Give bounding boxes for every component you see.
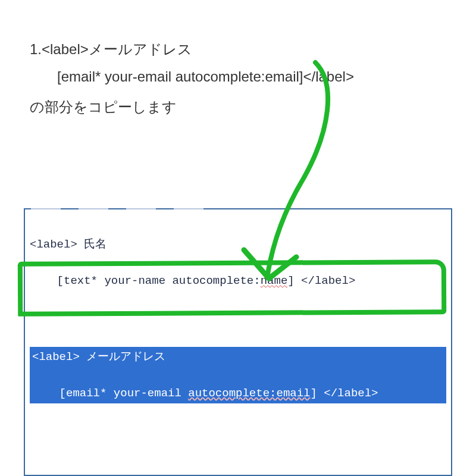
code-line: <label> メールアドレス xyxy=(32,348,444,366)
instruction-line-2: [email* your-email autocomplete:email]</… xyxy=(30,63,354,90)
blank-line xyxy=(30,424,446,441)
selected-text-block: <label> メールアドレス [email* your-email autoc… xyxy=(30,347,446,403)
tab-nub xyxy=(126,208,156,209)
tab-nub xyxy=(31,208,61,209)
code-text: [text* your-name autocomplete: xyxy=(30,274,261,287)
spellcheck-wavy: autocomplete:email xyxy=(188,387,310,400)
instruction-text: 1.<label>メールアドレス [email* your-email auto… xyxy=(30,36,354,121)
spellcheck-wavy: name xyxy=(261,274,288,287)
blank-line xyxy=(30,460,446,476)
instruction-line-1: 1.<label>メールアドレス xyxy=(30,36,354,63)
code-text: ] </label> xyxy=(310,387,378,400)
code-text: [email* your-email xyxy=(32,387,188,400)
instruction-line-3: の部分をコピーします xyxy=(30,93,354,121)
code-line: [text* your-name autocomplete:name] </la… xyxy=(30,272,446,290)
tab-nub xyxy=(174,208,203,209)
code-area[interactable]: <label> 氏名 [text* your-name autocomplete… xyxy=(25,209,451,476)
tab-nub xyxy=(79,208,108,209)
form-template-editor[interactable]: <label> 氏名 [text* your-name autocomplete… xyxy=(24,208,452,476)
code-line: [email* your-email autocomplete:email] <… xyxy=(32,384,444,402)
code-text: <label> 氏名 xyxy=(30,238,107,251)
tab-nubs xyxy=(31,208,203,209)
code-text: ] </label> xyxy=(287,274,355,287)
code-line: <label> 氏名 xyxy=(30,236,446,253)
blank-line xyxy=(30,308,446,326)
code-text: <label> メールアドレス xyxy=(32,350,165,364)
